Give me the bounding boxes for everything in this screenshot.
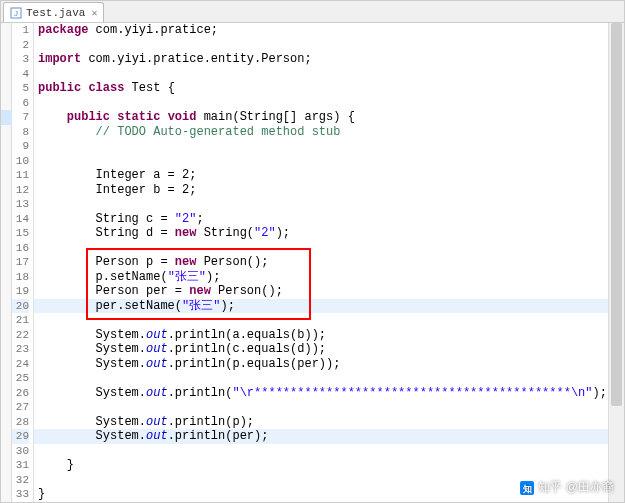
vertical-scrollbar[interactable] [608,23,624,502]
java-file-icon: J [10,7,22,19]
code-line[interactable] [34,67,624,82]
marker-bar [1,23,12,502]
code-line[interactable]: System.out.println("\r******************… [34,386,624,401]
code-line[interactable]: Integer b = 2; [34,183,624,198]
code-line[interactable]: Integer a = 2; [34,168,624,183]
code-line[interactable] [34,197,624,212]
editor-tab[interactable]: J Test.java ✕ [3,2,104,22]
svg-text:知: 知 [522,483,532,493]
line-number: 5 [12,81,29,96]
code-line[interactable] [34,38,624,53]
code-line[interactable]: public class Test { [34,81,624,96]
code-line[interactable]: System.out.println(c.equals(d)); [34,342,624,357]
line-number: 8 [12,125,29,140]
code-area[interactable]: package com.yiyi.pratice; import com.yiy… [34,23,624,502]
code-line[interactable] [34,371,624,386]
watermark-text: 知乎 @田亦裔 [538,479,614,496]
line-number: 17 [12,255,29,270]
line-number: 6 [12,96,29,111]
line-number: 26 [12,386,29,401]
line-number: 25 [12,371,29,386]
line-number: 20 [12,299,29,314]
code-line[interactable] [34,139,624,154]
line-number: 12 [12,183,29,198]
line-number: 29 [12,429,29,444]
code-line[interactable] [34,313,624,328]
code-line[interactable]: import com.yiyi.pratice.entity.Person; [34,52,624,67]
code-line[interactable]: String d = new String("2"); [34,226,624,241]
line-number: 30 [12,444,29,459]
line-number: 11 [12,168,29,183]
tab-filename: Test.java [26,7,85,19]
line-number: 3 [12,52,29,67]
zhihu-icon: 知 [520,481,534,495]
line-number: 2 [12,38,29,53]
code-line[interactable]: String c = "2"; [34,212,624,227]
code-line[interactable]: System.out.println(p.equals(per)); [34,357,624,372]
svg-text:J: J [14,9,18,18]
code-line[interactable]: package com.yiyi.pratice; [34,23,624,38]
code-line[interactable]: public static void main(String[] args) { [34,110,624,125]
line-number: 7 [12,110,29,125]
line-number: 13 [12,197,29,212]
scroll-thumb[interactable] [611,23,622,406]
code-line[interactable] [34,400,624,415]
line-number: 31 [12,458,29,473]
line-number: 27 [12,400,29,415]
code-line[interactable]: System.out.println(p); [34,415,624,430]
line-number: 28 [12,415,29,430]
line-number: 23 [12,342,29,357]
code-line[interactable]: p.setName("张三"); [34,270,624,285]
tab-bar: J Test.java ✕ [1,1,624,23]
close-icon[interactable]: ✕ [91,7,97,19]
line-number: 32 [12,473,29,488]
line-number: 10 [12,154,29,169]
line-number: 18 [12,270,29,285]
line-number: 4 [12,67,29,82]
line-number: 15 [12,226,29,241]
code-line[interactable] [34,96,624,111]
line-number: 1 [12,23,29,38]
code-line[interactable]: Person p = new Person(); [34,255,624,270]
code-line[interactable] [34,241,624,256]
code-line[interactable]: System.out.println(per); [34,429,624,444]
code-line[interactable]: System.out.println(a.equals(b)); [34,328,624,343]
run-marker[interactable] [1,110,12,125]
line-number: 14 [12,212,29,227]
code-line[interactable]: per.setName("张三"); [34,299,624,314]
watermark: 知 知乎 @田亦裔 [520,479,614,496]
code-line[interactable]: // TODO Auto-generated method stub [34,125,624,140]
line-number: 9 [12,139,29,154]
line-number: 19 [12,284,29,299]
line-number: 24 [12,357,29,372]
code-line[interactable] [34,444,624,459]
line-number: 21 [12,313,29,328]
line-number-gutter: 1234567891011121314151617181920212223242… [12,23,34,502]
line-number: 16 [12,241,29,256]
line-number: 33 [12,487,29,502]
code-line[interactable] [34,154,624,169]
code-line[interactable]: Person per = new Person(); [34,284,624,299]
code-line[interactable]: } [34,458,624,473]
line-number: 22 [12,328,29,343]
editor-area: 1234567891011121314151617181920212223242… [1,23,624,502]
